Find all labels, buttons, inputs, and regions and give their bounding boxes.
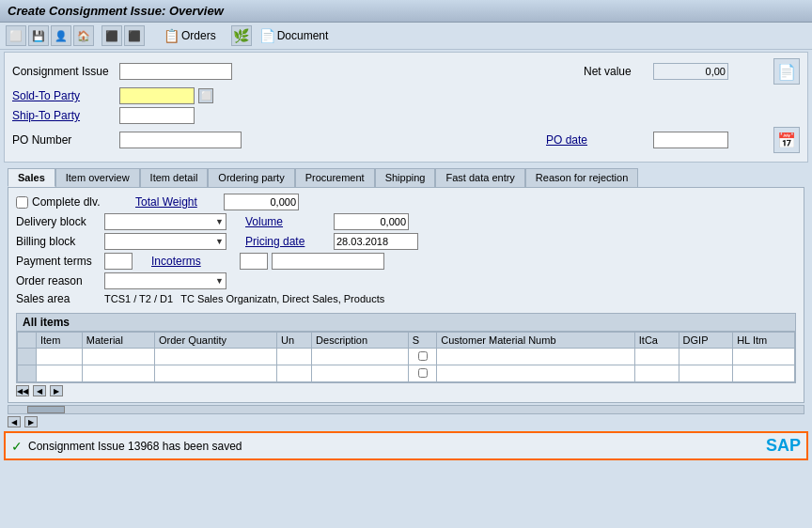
- tab-ordering-party[interactable]: Ordering party: [208, 168, 294, 187]
- title-bar: Create Consignment Issue: Overview: [0, 0, 812, 23]
- toolbar-icon-6[interactable]: ⬛: [124, 25, 145, 46]
- col-header-order-qty[interactable]: Order Quantity: [154, 333, 276, 349]
- col-header-description[interactable]: Description: [312, 333, 409, 349]
- col-header-dgip[interactable]: DGIP: [679, 333, 733, 349]
- tabs-container: Sales Item overview Item detail Ordering…: [8, 168, 804, 187]
- po-number-label: PO Number: [12, 133, 116, 147]
- pricing-date-label[interactable]: Pricing date: [245, 235, 330, 248]
- billing-block-row: Billing block ▼ Pricing date: [16, 233, 796, 250]
- incoterms-input-1[interactable]: [240, 253, 268, 270]
- cell-dgip-1[interactable]: [679, 349, 733, 365]
- col-header-hl-itm[interactable]: HL Itm: [733, 333, 795, 349]
- cell-s-1[interactable]: [408, 349, 436, 365]
- incoterms-group: Incoterms: [151, 253, 384, 270]
- ship-to-party-label[interactable]: Ship-To Party: [12, 109, 116, 122]
- document-label: Document: [277, 29, 329, 42]
- cell-s-2[interactable]: [408, 365, 436, 382]
- cell-order-qty-2[interactable]: [154, 365, 276, 382]
- orders-icon: 📋: [164, 28, 180, 43]
- payment-terms-group: Payment terms: [16, 253, 133, 270]
- cell-itca-1[interactable]: [634, 349, 679, 365]
- bottom-nav-right[interactable]: ▶: [24, 416, 38, 427]
- tab-procurement[interactable]: Procurement: [295, 168, 375, 187]
- ship-to-party-row: Ship-To Party: [12, 107, 800, 124]
- document-btn-2[interactable]: 📅: [773, 127, 800, 153]
- delivery-block-row: Delivery block ▼ Volume: [16, 213, 796, 230]
- complete-dlv-group: Complete dlv.: [16, 195, 117, 209]
- sales-area-label: Sales area: [16, 292, 101, 305]
- tab-sales[interactable]: Sales: [8, 168, 55, 187]
- pricing-date-input[interactable]: [334, 233, 418, 250]
- consignment-issue-row: Consignment Issue Net value 📄: [12, 58, 800, 85]
- sold-to-party-btn[interactable]: ⬜: [198, 88, 213, 103]
- col-header-cust-mat-numb[interactable]: Customer Material Numb: [437, 333, 635, 349]
- cell-desc-2[interactable]: [312, 365, 409, 382]
- sales-area-row: Sales area TCS1 / T2 / D1 TC Sales Organ…: [16, 292, 796, 305]
- cell-item-1[interactable]: [37, 349, 83, 365]
- cell-un-1[interactable]: [277, 349, 312, 365]
- nav-arrow-prev[interactable]: ◀: [33, 385, 46, 396]
- po-date-input[interactable]: [653, 132, 728, 148]
- cell-cust-mat-2[interactable]: [437, 365, 635, 382]
- toolbar-icon-user[interactable]: 👤: [51, 25, 71, 46]
- cell-desc-1[interactable]: [312, 349, 409, 365]
- toolbar-icon-save[interactable]: 💾: [28, 25, 49, 46]
- tab-reason-for-rejection[interactable]: Reason for rejection: [525, 168, 638, 187]
- horizontal-scrollbar[interactable]: [8, 405, 804, 414]
- document-btn-1[interactable]: 📄: [773, 58, 800, 85]
- tab-fast-data-entry[interactable]: Fast data entry: [435, 168, 524, 187]
- nav-arrow-first[interactable]: ◀◀: [16, 385, 29, 396]
- cell-dgip-2[interactable]: [679, 365, 733, 382]
- delivery-block-dropdown[interactable]: ▼: [104, 213, 226, 230]
- cell-item-2[interactable]: [37, 365, 83, 382]
- bottom-nav-left[interactable]: ◀: [8, 416, 21, 427]
- cell-cust-mat-1[interactable]: [437, 349, 635, 365]
- toolbar-icon-5[interactable]: ⬛: [102, 25, 122, 46]
- orders-label: Orders: [181, 29, 216, 42]
- payment-terms-input[interactable]: [104, 253, 133, 270]
- document-menu[interactable]: 📄 Document: [256, 26, 333, 45]
- cell-un-2[interactable]: [277, 365, 312, 382]
- consignment-issue-input[interactable]: [119, 63, 232, 80]
- incoterms-label[interactable]: Incoterms: [151, 255, 236, 268]
- toolbar-icon-home[interactable]: 🏠: [73, 25, 94, 46]
- total-weight-label[interactable]: Total Weight: [135, 195, 220, 209]
- col-header-s[interactable]: S: [408, 333, 436, 349]
- toolbar: ⬜ 💾 👤 🏠 ⬛ ⬛ 📋 Orders 🌿 📄 Document: [0, 23, 812, 50]
- volume-label[interactable]: Volume: [245, 215, 330, 228]
- col-header-item-num[interactable]: Item: [37, 333, 83, 349]
- consignment-issue-label: Consignment Issue: [12, 65, 116, 78]
- cell-material-1[interactable]: [82, 349, 154, 365]
- toolbar-icons-group: ⬜ 💾 👤 🏠 ⬛ ⬛: [6, 25, 145, 46]
- ship-to-party-input[interactable]: [119, 107, 195, 124]
- toolbar-icon-1[interactable]: ⬜: [6, 25, 26, 46]
- tab-shipping[interactable]: Shipping: [375, 168, 436, 187]
- sales-area-desc: TC Sales Organizatn, Direct Sales, Produ…: [180, 293, 384, 304]
- po-date-label[interactable]: PO date: [546, 133, 649, 147]
- items-table-container: Item Material Order Quantity Un Descript…: [16, 331, 796, 383]
- status-checkmark: ✓: [11, 439, 23, 454]
- col-header-material[interactable]: Material: [82, 333, 154, 349]
- tab-item-detail[interactable]: Item detail: [140, 168, 209, 187]
- incoterms-input-2[interactable]: [272, 253, 384, 270]
- nav-arrow-next[interactable]: ▶: [50, 385, 63, 396]
- orders-menu[interactable]: 📋 Orders: [160, 26, 220, 45]
- billing-block-dropdown[interactable]: ▼: [104, 233, 226, 250]
- bottom-nav: ◀ ▶: [8, 416, 804, 427]
- cell-itca-2[interactable]: [634, 365, 679, 382]
- sold-to-party-input[interactable]: [119, 87, 195, 104]
- sold-to-party-label[interactable]: Sold-To Party: [12, 89, 116, 102]
- tab-item-overview[interactable]: Item overview: [55, 168, 140, 187]
- po-number-input[interactable]: [119, 132, 242, 148]
- complete-dlv-checkbox[interactable]: [16, 196, 28, 209]
- cell-order-qty-1[interactable]: [154, 349, 276, 365]
- toolbar-icon-7[interactable]: 🌿: [231, 25, 252, 46]
- col-header-itca[interactable]: ItCa: [634, 333, 679, 349]
- order-reason-dropdown[interactable]: ▼: [104, 272, 226, 289]
- col-header-un[interactable]: Un: [277, 333, 312, 349]
- cell-hl-itm-1[interactable]: [733, 349, 795, 365]
- cell-hl-itm-2[interactable]: [733, 365, 795, 382]
- table-row: [18, 365, 795, 382]
- cell-material-2[interactable]: [82, 365, 154, 382]
- all-items-header: All items: [16, 313, 796, 331]
